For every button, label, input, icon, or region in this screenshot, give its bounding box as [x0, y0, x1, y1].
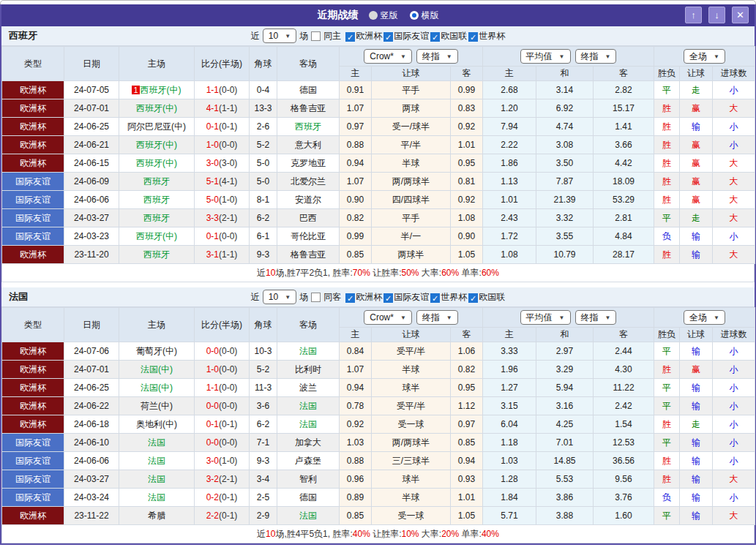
away-team-name[interactable]: 法国: [299, 401, 317, 411]
corners-cell: 13-3: [250, 99, 277, 118]
home-team-name[interactable]: 法国(中): [141, 383, 173, 393]
home-team-name[interactable]: 阿尔巴尼亚(中): [127, 121, 186, 132]
move-down-button[interactable]: ↓: [708, 7, 725, 23]
date-cell: 24-06-06: [64, 452, 119, 470]
average-select[interactable]: 平均值▼: [520, 310, 571, 325]
away-team-name[interactable]: 巴西: [299, 213, 317, 223]
away-team-cell: 加拿大: [277, 434, 340, 452]
handicap-result-cell: 输: [680, 397, 713, 415]
odds-time-select[interactable]: 终指▼: [416, 49, 458, 64]
home-team-cell: 葡萄牙(中): [119, 342, 195, 361]
date-cell: 24-07-05: [64, 81, 119, 99]
away-team-name[interactable]: 卢森堡: [295, 456, 321, 466]
away-team-name[interactable]: 安道尔: [295, 195, 321, 205]
score-cell: 0-1(0-0): [195, 227, 250, 246]
sub-avg-draw: 和: [536, 67, 594, 81]
match-row: 欧洲杯24-07-06葡萄牙(中)0-0(0-0)10-3法国0.84受平/半1…: [2, 342, 755, 361]
same-home-checkbox[interactable]: [311, 31, 321, 41]
average-select[interactable]: 平均值▼: [520, 49, 571, 64]
average-time-select[interactable]: 终指▼: [575, 49, 617, 64]
radio-horizontal-layout[interactable]: 横版: [410, 10, 439, 22]
avg-home-cell: 3.33: [483, 342, 536, 361]
home-team-name[interactable]: 葡萄牙(中): [136, 346, 177, 356]
home-team-name[interactable]: 法国: [148, 474, 165, 484]
radio-selected-icon[interactable]: [410, 11, 419, 20]
away-odds-cell: 0.90: [451, 227, 483, 246]
away-team-name[interactable]: 北爱尔兰: [291, 176, 326, 187]
same-away-checkbox[interactable]: [311, 293, 321, 302]
away-team-name[interactable]: 智利: [299, 474, 317, 484]
away-team-name[interactable]: 格鲁吉亚: [291, 103, 326, 113]
stat-label: 单率:: [459, 529, 482, 539]
away-team-name[interactable]: 德国: [299, 492, 317, 502]
home-team-name[interactable]: 西班牙(中): [136, 158, 177, 168]
away-team-cell: 格鲁吉亚: [277, 246, 340, 264]
away-team-name[interactable]: 德国: [299, 85, 317, 95]
away-team-name[interactable]: 格鲁吉亚: [291, 249, 326, 260]
average-group-header: 平均值▼ 终指▼: [483, 308, 654, 328]
home-team-name[interactable]: 西班牙: [143, 249, 170, 260]
goals-result-cell: 小: [713, 415, 755, 434]
bookmaker-select[interactable]: Crow*▼: [364, 310, 412, 325]
home-team-cell: 西班牙: [119, 191, 195, 209]
league-checkbox-checked[interactable]: ✓: [383, 32, 393, 42]
league-checkbox-checked[interactable]: ✓: [345, 293, 355, 303]
match-count-select[interactable]: 10 ▼: [263, 29, 296, 43]
bookmaker-select[interactable]: Crow*▼: [364, 49, 412, 64]
move-up-button[interactable]: ↑: [685, 7, 702, 23]
away-team-name[interactable]: 比利时: [295, 364, 321, 374]
home-team-name[interactable]: 法国: [148, 456, 165, 466]
home-team-name[interactable]: 西班牙: [143, 176, 170, 187]
close-button[interactable]: ✕: [732, 7, 749, 23]
away-team-name[interactable]: 西班牙: [295, 121, 321, 132]
avg-away-cell: 2.82: [594, 81, 654, 99]
league-checkbox-checked[interactable]: ✓: [430, 32, 440, 42]
home-team-name[interactable]: 荷兰(中): [141, 401, 173, 411]
away-team-name[interactable]: 波兰: [299, 383, 317, 393]
home-team-name[interactable]: 法国: [148, 492, 165, 502]
away-team-name[interactable]: 法国: [299, 346, 317, 356]
col-home: 主场: [119, 47, 195, 81]
home-team-cell: 1西班牙(中): [119, 81, 195, 99]
home-team-name[interactable]: 西班牙: [143, 213, 170, 223]
avg-home-cell: 7.94: [483, 118, 536, 136]
radio-icon[interactable]: [369, 11, 378, 20]
away-team-name[interactable]: 哥伦比亚: [291, 231, 326, 241]
date-cell: 24-06-15: [64, 154, 119, 173]
home-team-name[interactable]: 西班牙(中): [136, 103, 177, 113]
away-team-name[interactable]: 克罗地亚: [291, 158, 326, 168]
home-team-name[interactable]: 希腊: [148, 511, 165, 521]
winlose-result-cell: 负: [654, 227, 680, 246]
radio-vertical-layout[interactable]: 竖版: [369, 10, 398, 22]
away-team-name[interactable]: 法国: [299, 511, 317, 521]
league-checkbox-checked[interactable]: ✓: [383, 293, 393, 303]
home-team-name[interactable]: 西班牙(中): [136, 231, 177, 241]
league-filter: ✓欧洲杯: [345, 31, 382, 41]
home-team-name[interactable]: 西班牙: [143, 195, 170, 205]
league-checkbox-checked[interactable]: ✓: [345, 32, 355, 42]
col-date: 日期: [64, 308, 119, 342]
fulltime-select[interactable]: 全场▼: [684, 49, 725, 64]
away-team-name[interactable]: 法国: [299, 419, 317, 429]
chevron-down-icon: ▼: [714, 53, 719, 60]
home-team-name[interactable]: 西班牙(中): [141, 85, 181, 95]
corners-cell: 11-3: [250, 379, 277, 397]
league-checkbox-checked[interactable]: ✓: [468, 293, 478, 303]
match-count-select[interactable]: 10 ▼: [263, 290, 296, 304]
fulltime-score: 2-2: [206, 511, 219, 521]
handicap-result-cell: 输: [680, 118, 713, 136]
home-team-cell: 希腊: [119, 507, 195, 525]
home-team-name[interactable]: 法国: [148, 437, 165, 448]
home-team-name[interactable]: 奥地利(中): [136, 419, 177, 429]
match-row: 欧洲杯24-06-15西班牙(中)3-0(3-0)5-0克罗地亚0.94半球0.…: [2, 154, 755, 173]
home-team-name[interactable]: 西班牙(中): [136, 140, 177, 150]
league-checkbox-checked[interactable]: ✓: [430, 293, 440, 303]
away-team-name[interactable]: 意大利: [295, 140, 321, 150]
home-team-name[interactable]: 法国(中): [141, 364, 173, 374]
away-team-name[interactable]: 加拿大: [295, 437, 321, 448]
league-checkbox-checked[interactable]: ✓: [468, 32, 478, 42]
fulltime-select[interactable]: 全场▼: [684, 310, 725, 325]
odds-time-select[interactable]: 终指▼: [416, 310, 458, 325]
handicap-result-cell: 输: [680, 452, 713, 470]
average-time-select[interactable]: 终指▼: [575, 310, 617, 325]
